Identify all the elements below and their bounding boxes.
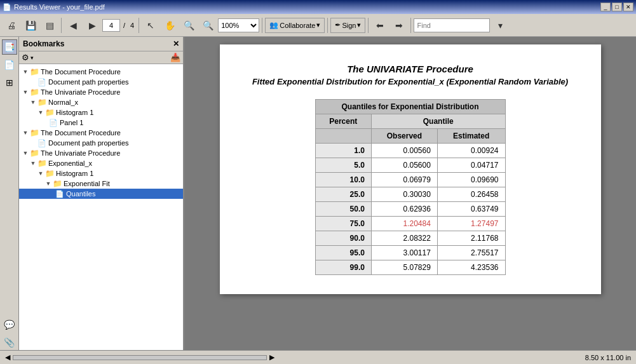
zoom-select[interactable]: 50% 75% 100% 125% 150% 200%	[218, 18, 259, 32]
table-row: 95.03.001172.75517	[315, 246, 505, 260]
table-row: 90.02.083222.11768	[315, 231, 505, 246]
layers-panel-button[interactable]: ⊞	[2, 75, 17, 90]
app-icon: 📄	[3, 3, 11, 11]
sign-label: Sign	[342, 22, 356, 29]
tree-item-doc-path-2[interactable]: 📄 Document path properties	[19, 138, 183, 148]
comments-button[interactable]: 💬	[2, 317, 17, 332]
table-cell-observed: 1.20484	[371, 217, 437, 231]
bookmarks-panel-button[interactable]: 📑	[2, 39, 17, 55]
toggle-icon-11[interactable]: ▼	[37, 170, 44, 177]
toggle-icon-12[interactable]: ▼	[44, 180, 52, 187]
table-cell-observed: 3.00117	[371, 246, 437, 260]
prev-page-button[interactable]: ◀	[64, 17, 82, 34]
scroll-right-button[interactable]: ▶	[269, 353, 274, 361]
nav-prev-button[interactable]: ⬅	[371, 17, 389, 34]
page-icon-2: 📄	[37, 78, 47, 86]
tree-item-exponential-x[interactable]: ▼ 📁 Exponential_x	[19, 158, 183, 168]
pdf-viewer-area[interactable]: The UNIVARIATE Procedure Fitted Exponent…	[184, 37, 636, 350]
table-col-percent-2	[315, 129, 371, 144]
folder-icon-12: 📁	[52, 179, 62, 188]
collaborate-button[interactable]: 👥 Collaborate ▾	[265, 18, 325, 33]
page-number-input[interactable]	[102, 19, 120, 32]
sidebar-title: Bookmarks	[23, 39, 64, 48]
toggle-icon-1[interactable]: ▼	[22, 68, 29, 76]
tree-label-5: Histogram 1	[56, 109, 93, 116]
folder-icon-5: 📁	[44, 108, 55, 117]
folder-icon-10: 📁	[37, 159, 47, 168]
select-tool-button[interactable]: ↖	[142, 17, 159, 34]
tree-item-quantiles[interactable]: 📄 Quantiles	[19, 189, 183, 199]
title-bar-right: _ □ ✕	[600, 3, 633, 11]
find-input[interactable]	[414, 18, 490, 32]
minimize-button[interactable]: _	[600, 3, 611, 11]
table-cell-estimated: 4.23536	[437, 260, 505, 275]
thumbnails-button[interactable]: ▤	[41, 17, 58, 34]
toggle-icon-7[interactable]: ▼	[22, 129, 29, 137]
attach-button[interactable]: 📎	[2, 335, 17, 350]
table-cell-estimated: 2.75517	[437, 246, 505, 260]
page-dimensions: 8.50 x 11.00 in	[585, 354, 631, 361]
tree-item-document-procedure-2[interactable]: ▼ 📁 The Document Procedure	[19, 128, 183, 138]
sign-button[interactable]: ✒ Sign ▾	[330, 18, 365, 33]
tree-item-univariate-2[interactable]: ▼ 📁 The Univariate Procedure	[19, 148, 183, 158]
toggle-icon-10[interactable]: ▼	[29, 159, 37, 167]
close-button[interactable]: ✕	[623, 3, 633, 11]
sidebar-header: Bookmarks ✕	[19, 37, 183, 51]
tree-item-exponential-fit[interactable]: ▼ 📁 Exponential Fit	[19, 179, 183, 189]
tree-item-histogram-1b[interactable]: ▼ 📁 Histogram 1	[19, 168, 183, 179]
hand-tool-button[interactable]: ✋	[161, 17, 179, 34]
folder-icon-7: 📁	[29, 128, 39, 137]
zoom-out-button[interactable]: 🔍	[180, 17, 198, 34]
folder-icon-1: 📁	[29, 67, 39, 76]
tree-label-13: Quantiles	[66, 190, 95, 198]
toggle-icon-4[interactable]: ▼	[29, 98, 37, 106]
tree-item-doc-path-1[interactable]: 📄 Document path properties	[19, 77, 183, 87]
table-cell-percent: 25.0	[315, 187, 371, 202]
table-row: 50.00.629360.63749	[315, 202, 505, 217]
zoom-in-button[interactable]: 🔍	[199, 17, 217, 34]
table-cell-percent: 99.0	[315, 260, 371, 275]
table-cell-percent: 1.0	[315, 144, 371, 158]
quantile-table: Quantiles for Exponential Distribution P…	[315, 99, 506, 275]
table-cell-observed: 0.00560	[371, 144, 437, 158]
nav-next-button[interactable]: ➡	[390, 17, 408, 34]
table-cell-observed: 0.06979	[371, 173, 437, 187]
app-title: Results Viewer - your_file.pdf	[14, 3, 105, 11]
scroll-left-button[interactable]: ◀	[5, 353, 10, 361]
table-cell-estimated: 0.00924	[437, 144, 505, 158]
sidebar-collapse-icon[interactable]: ✕	[173, 39, 179, 48]
toggle-icon-5[interactable]: ▼	[37, 109, 44, 116]
table-col-percent: Percent	[315, 114, 371, 129]
sidebar-import-icon[interactable]: 📥	[170, 53, 180, 62]
table-cell-percent: 90.0	[315, 231, 371, 246]
pages-panel-button[interactable]: 📄	[2, 57, 17, 72]
toggle-icon-3[interactable]: ▼	[22, 88, 29, 96]
tree-item-histogram-1a[interactable]: ▼ 📁 Histogram 1	[19, 107, 183, 118]
tree-item-panel-1[interactable]: 📄 Panel 1	[19, 118, 183, 128]
sidebar-options-icon[interactable]: ⚙	[22, 53, 29, 62]
horizontal-scrollbar[interactable]	[13, 355, 267, 360]
tree-label-7: The Document Procedure	[41, 129, 121, 137]
page-total: 4	[128, 22, 136, 29]
tree-item-univariate-1[interactable]: ▼ 📁 The Univariate Procedure	[19, 87, 183, 97]
tree-label-10: Exponential_x	[48, 159, 92, 167]
table-cell-percent: 5.0	[315, 158, 371, 173]
table-cell-estimated: 0.04717	[437, 158, 505, 173]
table-row: 99.05.078294.23536	[315, 260, 505, 275]
save-button[interactable]: 💾	[22, 17, 39, 34]
title-bar: 📄 Results Viewer - your_file.pdf _ □ ✕	[0, 0, 636, 14]
tree-item-normal-x[interactable]: ▼ 📁 Normal_x	[19, 97, 183, 107]
sidebar-options-chevron[interactable]: ▾	[30, 55, 34, 61]
restore-button[interactable]: □	[612, 3, 622, 11]
pdf-main-title: The UNIVARIATE Procedure	[245, 64, 576, 74]
toggle-icon-9[interactable]: ▼	[22, 149, 29, 157]
tree-item-document-procedure-1[interactable]: ▼ 📁 The Document Procedure	[19, 67, 183, 77]
tree-label-6: Panel 1	[60, 119, 83, 126]
next-page-button[interactable]: ▶	[83, 17, 101, 34]
pdf-page: The UNIVARIATE Procedure Fitted Exponent…	[220, 44, 601, 294]
sign-chevron: ▾	[357, 21, 361, 29]
collaborate-label: Collaborate	[280, 22, 315, 29]
print-button[interactable]: 🖨	[3, 17, 20, 34]
table-cell-estimated: 0.26458	[437, 187, 505, 202]
find-dropdown-button[interactable]: ▾	[491, 17, 509, 34]
